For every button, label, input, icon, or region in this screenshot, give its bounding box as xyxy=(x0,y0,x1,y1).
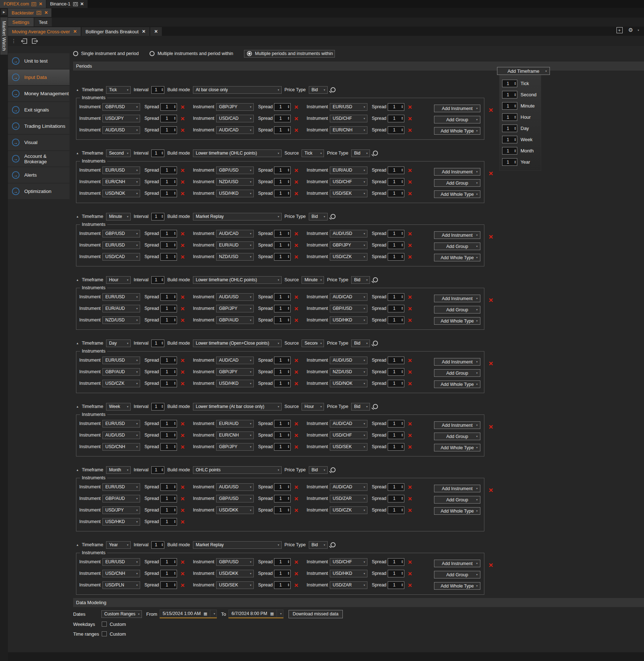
spread-spinner[interactable]: 1▲▼ xyxy=(388,190,404,197)
spin-down-icon[interactable]: ▼ xyxy=(287,257,290,258)
remove-timeframe-button[interactable]: × xyxy=(489,296,493,304)
interval-spinner[interactable]: 1▲▼ xyxy=(151,213,164,220)
spin-down-icon[interactable]: ▼ xyxy=(401,257,403,258)
spin-down-icon[interactable]: ▼ xyxy=(287,193,290,195)
instrument-select[interactable]: AUD/USD▼ xyxy=(216,293,254,301)
add-instrument-button[interactable]: Add Instrument▼ xyxy=(434,231,480,239)
close-tab-icon[interactable]: ✕ xyxy=(73,29,77,34)
spin-down-icon[interactable]: ▼ xyxy=(174,193,176,195)
instrument-select[interactable]: AUD/USD▼ xyxy=(330,357,367,364)
build-mode-select[interactable]: Lower timeframe (OHLC points)▼ xyxy=(193,150,282,157)
remove-instrument-button[interactable]: × xyxy=(294,495,298,502)
restore-window-icon[interactable] xyxy=(37,11,41,15)
spread-spinner[interactable]: 1▲▼ xyxy=(274,241,291,249)
remove-instrument-button[interactable]: × xyxy=(294,420,298,427)
strategy-tab-blank[interactable]: ✕ xyxy=(150,27,162,36)
sidebar-item-exit-signals[interactable]: →Exit signals xyxy=(8,102,70,118)
close-tab-icon[interactable]: ✕ xyxy=(142,29,146,34)
spread-spinner[interactable]: 1▲▼ xyxy=(274,431,291,439)
spread-spinner[interactable]: 1▲▼ xyxy=(388,293,404,301)
instrument-select[interactable]: EUR/USD▼ xyxy=(102,420,140,428)
spread-spinner[interactable]: 1▲▼ xyxy=(160,178,177,186)
spin-down-icon[interactable]: ▼ xyxy=(174,510,176,512)
instrument-select[interactable]: USD/HKD▼ xyxy=(216,190,254,197)
spin-down-icon[interactable]: ▼ xyxy=(174,372,176,374)
spread-spinner[interactable]: 1▲▼ xyxy=(388,431,404,439)
add-whole-type-button[interactable]: Add Whole Type▼ xyxy=(434,317,480,325)
spin-down-icon[interactable]: ▼ xyxy=(514,151,516,153)
remove-instrument-button[interactable]: × xyxy=(408,305,412,312)
instrument-select[interactable]: USD/DKK▼ xyxy=(216,506,254,514)
spread-spinner[interactable]: 1▲▼ xyxy=(160,103,177,111)
instrument-select[interactable]: EUR/USD▼ xyxy=(102,483,140,491)
instrument-select[interactable]: EUR/CNH▼ xyxy=(102,178,140,186)
timeframe-count-spinner[interactable]: 1▲▼ xyxy=(502,158,517,166)
spread-spinner[interactable]: 1▲▼ xyxy=(388,230,404,237)
remove-instrument-button[interactable]: × xyxy=(181,420,185,427)
timeframe-quick-label[interactable]: Day xyxy=(521,126,529,131)
spread-spinner[interactable]: 1▲▼ xyxy=(160,518,177,526)
remove-instrument-button[interactable]: × xyxy=(181,115,185,122)
instrument-select[interactable]: AUD/USD▼ xyxy=(330,230,367,237)
spread-spinner[interactable]: 1▲▼ xyxy=(160,126,177,134)
sidebar-item-visual[interactable]: →Visual xyxy=(8,135,70,150)
remove-instrument-button[interactable]: × xyxy=(181,230,185,237)
spin-down-icon[interactable]: ▼ xyxy=(401,233,403,235)
spin-down-icon[interactable]: ▼ xyxy=(401,107,403,109)
price-type-select[interactable]: Bid▼ xyxy=(309,213,328,220)
timeframe-select[interactable]: Day▼ xyxy=(106,340,131,347)
spin-down-icon[interactable]: ▼ xyxy=(514,162,516,164)
remove-instrument-button[interactable]: × xyxy=(408,420,412,427)
instrument-select[interactable]: USD/CZK▼ xyxy=(102,380,140,387)
interval-spinner[interactable]: 1▲▼ xyxy=(151,541,164,549)
price-type-select[interactable]: Bid▼ xyxy=(351,276,370,284)
remove-instrument-button[interactable]: × xyxy=(408,443,412,450)
spread-spinner[interactable]: 1▲▼ xyxy=(274,293,291,301)
build-mode-select[interactable]: OHLC points▼ xyxy=(193,466,282,474)
timeframe-quick-label[interactable]: Week xyxy=(521,137,533,142)
remove-instrument-button[interactable]: × xyxy=(408,369,412,375)
instrument-select[interactable]: USD/CAD▼ xyxy=(216,115,254,122)
remove-instrument-button[interactable]: × xyxy=(408,178,412,185)
timeframe-quick-label[interactable]: Tick xyxy=(521,81,529,86)
spread-spinner[interactable]: 1▲▼ xyxy=(388,178,404,186)
remove-timeframe-button[interactable]: × xyxy=(489,106,493,114)
spin-down-icon[interactable]: ▼ xyxy=(161,343,163,345)
sidebar-item-input-data[interactable]: →Input Data xyxy=(8,70,70,85)
instrument-select[interactable]: USD/CZK▼ xyxy=(330,253,367,261)
spread-spinner[interactable]: 1▲▼ xyxy=(160,483,177,491)
restore-window-icon[interactable] xyxy=(73,2,78,6)
instrument-select[interactable]: USD/CNH▼ xyxy=(102,443,140,451)
add-whole-type-button[interactable]: Add Whole Type▼ xyxy=(434,254,480,261)
spin-down-icon[interactable]: ▼ xyxy=(161,280,163,282)
instrument-select[interactable]: NZD/USD▼ xyxy=(102,316,140,324)
spin-down-icon[interactable]: ▼ xyxy=(174,573,176,575)
instrument-select[interactable]: USD/CZK▼ xyxy=(330,506,367,514)
instrument-select[interactable]: USD/CHF▼ xyxy=(330,558,367,566)
instrument-select[interactable]: EUR/CNH▼ xyxy=(330,126,367,134)
remove-instrument-button[interactable]: × xyxy=(294,507,298,514)
remove-instrument-button[interactable]: × xyxy=(181,104,185,110)
spin-down-icon[interactable]: ▼ xyxy=(401,573,403,575)
spin-down-icon[interactable]: ▼ xyxy=(401,320,403,322)
instrument-select[interactable]: EUR/CNH▼ xyxy=(216,431,254,439)
spin-down-icon[interactable]: ▼ xyxy=(174,320,176,322)
spread-spinner[interactable]: 1▲▼ xyxy=(388,443,404,451)
instrument-select[interactable]: EUR/AUD▼ xyxy=(102,305,140,312)
add-whole-type-button[interactable]: Add Whole Type▼ xyxy=(434,127,480,135)
instrument-select[interactable]: GBP/AUD▼ xyxy=(102,368,140,376)
spin-down-icon[interactable]: ▼ xyxy=(287,170,290,172)
timeframe-quick-label[interactable]: Hour xyxy=(521,114,531,120)
spread-spinner[interactable]: 1▲▼ xyxy=(160,316,177,324)
instrument-select[interactable]: AUD/CAD▼ xyxy=(216,357,254,364)
spin-down-icon[interactable]: ▼ xyxy=(174,308,176,310)
instrument-select[interactable]: USD/CAD▼ xyxy=(102,253,140,261)
remove-instrument-button[interactable]: × xyxy=(294,167,298,174)
timeframe-select[interactable]: Tick▼ xyxy=(106,86,131,94)
source-select[interactable]: Tick▼ xyxy=(302,150,324,157)
market-watch-label[interactable]: Market Watch xyxy=(0,17,8,55)
instrument-select[interactable]: EUR/AUD▼ xyxy=(330,167,367,174)
timeframe-select[interactable]: Month▼ xyxy=(106,466,131,474)
remove-instrument-button[interactable]: × xyxy=(408,380,412,387)
instrument-select[interactable]: USD/NOK▼ xyxy=(102,190,140,197)
